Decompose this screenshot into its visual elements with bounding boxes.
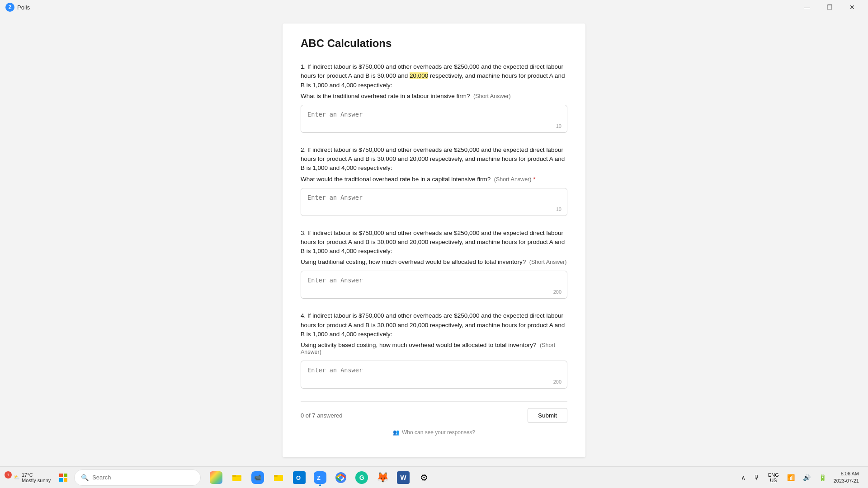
taskbar-app-outlook[interactable]: O bbox=[289, 468, 309, 488]
datetime-widget[interactable]: 8:06 AM 2023-07-21 bbox=[831, 469, 862, 486]
weather-info: 17°C Mostly sunny bbox=[22, 472, 51, 483]
main-area: ABC Calculations 1. If indirect labour i… bbox=[0, 14, 868, 466]
question-2-input-wrapper: 10 bbox=[301, 188, 567, 216]
question-1-char-count: 10 bbox=[556, 123, 561, 129]
app-icon: Z bbox=[5, 3, 14, 12]
form-footer: 0 of 7 answered Submit bbox=[301, 401, 567, 423]
question-3-char-count: 200 bbox=[553, 289, 561, 295]
taskbar-app-zoom[interactable]: Z bbox=[310, 468, 330, 488]
svg-point-14 bbox=[339, 476, 343, 479]
question-4: 4. If indirect labour is $750,000 and ot… bbox=[301, 311, 567, 389]
question-4-text: Using activity based costing, how much o… bbox=[301, 342, 537, 348]
question-2-label: What would the traditional overhead rate… bbox=[301, 176, 567, 183]
svg-text:Z: Z bbox=[317, 474, 321, 481]
app-outlook-icon: O bbox=[293, 471, 306, 484]
language-code: ENG bbox=[768, 472, 779, 478]
app-logo: Z Polls bbox=[5, 3, 30, 12]
question-2: 2. If indirect labour is $750,000 and ot… bbox=[301, 145, 567, 216]
question-3-type: (Short Answer) bbox=[529, 259, 567, 265]
content-panel: ABC Calculations 1. If indirect labour i… bbox=[283, 23, 585, 457]
app-filemanager-icon bbox=[272, 471, 285, 484]
taskbar-app-colorful[interactable] bbox=[206, 468, 226, 488]
question-4-label: Using activity based costing, how much o… bbox=[301, 342, 567, 355]
privacy-icon: 👥 bbox=[393, 429, 400, 436]
taskbar-apps: 📹 O Z bbox=[206, 468, 434, 488]
question-1-body: 1. If indirect labour is $750,000 and ot… bbox=[301, 62, 567, 90]
taskbar-app-zoom-meet[interactable]: 📹 bbox=[248, 468, 268, 488]
wifi-tray[interactable]: 📶 bbox=[783, 472, 798, 483]
taskbar-app-other[interactable]: ⚙ bbox=[414, 468, 434, 488]
taskbar: 1 ⛅ 17°C Mostly sunny 🔍 📹 bbox=[0, 466, 868, 488]
app-word-icon: W bbox=[397, 471, 410, 484]
system-tray: ∧ 🎙 ENG US 📶 🔊 🔋 8:06 AM 2023-07-21 bbox=[737, 469, 864, 486]
svg-rect-7 bbox=[274, 475, 278, 477]
question-3-body: 3. If indirect labour is $750,000 and ot… bbox=[301, 229, 567, 256]
question-3-input-wrapper: 200 bbox=[301, 271, 567, 299]
taskbar-app-chrome[interactable] bbox=[331, 468, 351, 488]
app-grammarly-icon: G bbox=[355, 471, 368, 484]
volume-icon: 🔊 bbox=[803, 474, 811, 481]
question-1-input[interactable] bbox=[301, 105, 567, 131]
app-zoom-meet-icon: 📹 bbox=[251, 471, 264, 484]
app-colorful-icon bbox=[210, 471, 222, 484]
search-input[interactable] bbox=[92, 474, 194, 481]
submit-button[interactable]: Submit bbox=[528, 408, 567, 423]
battery-tray[interactable]: 🔋 bbox=[815, 472, 830, 483]
taskbar-app-word[interactable]: W bbox=[393, 468, 413, 488]
app-zoom-icon: Z bbox=[314, 471, 326, 484]
app-other-icon: ⚙ bbox=[418, 471, 430, 484]
app-firefox-icon: 🦊 bbox=[376, 471, 389, 484]
answered-count: 0 of 7 answered bbox=[301, 412, 343, 419]
svg-rect-2 bbox=[59, 478, 63, 482]
weather-condition: Mostly sunny bbox=[22, 478, 51, 483]
svg-rect-3 bbox=[64, 478, 67, 482]
app-title: Polls bbox=[17, 4, 30, 11]
question-4-input-wrapper: 200 bbox=[301, 361, 567, 389]
volume-tray[interactable]: 🔊 bbox=[799, 472, 814, 483]
taskbar-search-box[interactable]: 🔍 bbox=[74, 469, 201, 486]
zoom-active-indicator bbox=[319, 484, 321, 486]
start-button[interactable] bbox=[54, 469, 72, 487]
minimize-button[interactable]: — bbox=[797, 0, 817, 14]
question-1-text: What is the traditional overhead rate in… bbox=[301, 93, 470, 99]
taskbar-app-grammarly[interactable]: G bbox=[352, 468, 372, 488]
window-controls: — ❐ ✕ bbox=[797, 0, 863, 14]
svg-rect-5 bbox=[232, 475, 236, 477]
weather-widget[interactable]: 1 ⛅ 17°C Mostly sunny bbox=[4, 470, 54, 485]
privacy-text: Who can see your responses? bbox=[402, 429, 475, 436]
question-3-text: Using traditional costing, how much over… bbox=[301, 258, 526, 265]
question-1: 1. If indirect labour is $750,000 and ot… bbox=[301, 62, 567, 133]
region-code: US bbox=[770, 478, 777, 483]
question-1-input-wrapper: 10 bbox=[301, 105, 567, 133]
question-2-char-count: 10 bbox=[556, 206, 561, 212]
microphone-tray[interactable]: 🎙 bbox=[750, 472, 764, 483]
taskbar-app-firefox[interactable]: 🦊 bbox=[373, 468, 392, 488]
question-1-type: (Short Answer) bbox=[473, 93, 511, 99]
question-3-label: Using traditional costing, how much over… bbox=[301, 258, 567, 265]
question-2-input[interactable] bbox=[301, 188, 567, 214]
question-4-char-count: 200 bbox=[553, 379, 561, 385]
show-hidden-icons[interactable]: ∧ bbox=[737, 472, 749, 483]
svg-text:O: O bbox=[296, 474, 301, 481]
taskbar-app-filemanager[interactable] bbox=[269, 468, 288, 488]
current-time: 8:06 AM bbox=[841, 470, 859, 477]
current-date: 2023-07-21 bbox=[834, 478, 859, 484]
search-icon: 🔍 bbox=[81, 474, 89, 481]
battery-icon: 🔋 bbox=[819, 474, 826, 481]
language-info: ENG US bbox=[768, 472, 779, 483]
question-4-input[interactable] bbox=[301, 361, 567, 386]
page-title: ABC Calculations bbox=[301, 37, 567, 50]
language-tray[interactable]: ENG US bbox=[764, 470, 783, 485]
windows-icon bbox=[59, 474, 67, 482]
question-3-input[interactable] bbox=[301, 271, 567, 296]
close-button[interactable]: ✕ bbox=[842, 0, 863, 14]
weather-temp: 17°C bbox=[22, 472, 51, 478]
question-2-body: 2. If indirect labour is $750,000 and ot… bbox=[301, 145, 567, 173]
question-2-text: What would the traditional overhead rate… bbox=[301, 176, 491, 183]
question-3: 3. If indirect labour is $750,000 and ot… bbox=[301, 229, 567, 299]
weather-icon: ⛅ bbox=[14, 474, 20, 480]
title-bar: Z Polls — ❐ ✕ bbox=[0, 0, 868, 14]
maximize-button[interactable]: ❐ bbox=[819, 0, 840, 14]
taskbar-app-files[interactable] bbox=[227, 468, 247, 488]
app-chrome-icon bbox=[335, 471, 347, 484]
